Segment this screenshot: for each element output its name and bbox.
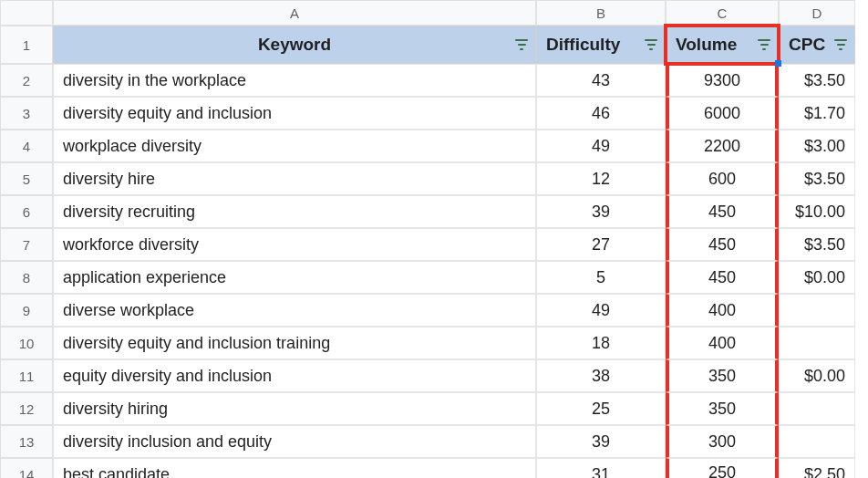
cell-volume[interactable]: 350: [666, 359, 779, 392]
cell-keyword[interactable]: diversity equity and inclusion: [53, 97, 536, 130]
cell-cpc[interactable]: $3.00: [779, 130, 855, 162]
cell-volume[interactable]: 400: [666, 294, 779, 327]
row-number[interactable]: 11: [0, 359, 53, 392]
row-number[interactable]: 8: [0, 261, 53, 294]
cell-keyword[interactable]: diversity inclusion and equity: [53, 425, 536, 458]
cell-volume[interactable]: 300: [666, 425, 779, 458]
row-number[interactable]: 2: [0, 64, 53, 97]
column-letter-c[interactable]: C: [666, 0, 779, 26]
row-number[interactable]: 7: [0, 228, 53, 261]
cell-difficulty[interactable]: 49: [536, 294, 666, 327]
cell-difficulty[interactable]: 25: [536, 392, 666, 425]
row-number[interactable]: 6: [0, 195, 53, 228]
filter-icon[interactable]: [756, 36, 772, 53]
cell-keyword[interactable]: diversity in the workplace: [53, 64, 536, 97]
spreadsheet-grid[interactable]: A B C D 1 Keyword Difficulty Volume CPC …: [0, 0, 868, 478]
header-cpc[interactable]: CPC: [779, 26, 855, 64]
cell-cpc[interactable]: $10.00: [779, 195, 855, 228]
cell-cpc[interactable]: [779, 425, 855, 458]
cell-volume[interactable]: 2200: [666, 130, 779, 162]
header-keyword[interactable]: Keyword: [53, 26, 536, 64]
cell-keyword[interactable]: application experience: [53, 261, 536, 294]
cell-keyword[interactable]: diversity equity and inclusion training: [53, 327, 536, 359]
header-difficulty[interactable]: Difficulty: [536, 26, 666, 64]
row-number[interactable]: 10: [0, 327, 53, 359]
cell-cpc[interactable]: [779, 294, 855, 327]
header-label: Keyword: [258, 35, 331, 55]
cell-difficulty[interactable]: 38: [536, 359, 666, 392]
header-volume[interactable]: Volume: [666, 26, 779, 64]
cell-cpc[interactable]: $3.50: [779, 228, 855, 261]
selection-marker: [775, 60, 781, 67]
select-all-corner[interactable]: [0, 0, 53, 26]
header-label: Volume: [676, 35, 737, 55]
row-number[interactable]: 1: [0, 26, 53, 64]
row-number[interactable]: 5: [0, 162, 53, 195]
column-letter-b[interactable]: B: [536, 0, 666, 26]
cell-difficulty[interactable]: 49: [536, 130, 666, 162]
header-label: Difficulty: [546, 35, 620, 55]
cell-difficulty[interactable]: 43: [536, 64, 666, 97]
header-label: CPC: [789, 35, 825, 55]
row-number[interactable]: 13: [0, 425, 53, 458]
cell-volume[interactable]: 9300: [666, 64, 779, 97]
row-number[interactable]: 14: [0, 458, 53, 478]
filter-icon[interactable]: [832, 36, 849, 53]
cell-volume[interactable]: 6000: [666, 97, 779, 130]
cell-volume[interactable]: 450: [666, 228, 779, 261]
cell-cpc[interactable]: [779, 327, 855, 359]
cell-volume[interactable]: 600: [666, 162, 779, 195]
cell-difficulty[interactable]: 39: [536, 195, 666, 228]
cell-volume[interactable]: 450: [666, 195, 779, 228]
cell-cpc[interactable]: $0.00: [779, 359, 855, 392]
filter-icon[interactable]: [513, 36, 530, 53]
cell-cpc[interactable]: $3.50: [779, 162, 855, 195]
cell-keyword[interactable]: workplace diversity: [53, 130, 536, 162]
row-number[interactable]: 12: [0, 392, 53, 425]
column-letter-d[interactable]: D: [779, 0, 855, 26]
cell-difficulty[interactable]: 31: [536, 458, 666, 478]
cell-cpc[interactable]: $1.70: [779, 97, 855, 130]
cell-difficulty[interactable]: 27: [536, 228, 666, 261]
cell-volume[interactable]: 400: [666, 327, 779, 359]
cell-difficulty[interactable]: 5: [536, 261, 666, 294]
cell-keyword[interactable]: equity diversity and inclusion: [53, 359, 536, 392]
cell-keyword[interactable]: diversity hiring: [53, 392, 536, 425]
cell-cpc[interactable]: [779, 392, 855, 425]
cell-difficulty[interactable]: 12: [536, 162, 666, 195]
filter-icon[interactable]: [643, 36, 659, 53]
cell-keyword[interactable]: diverse workplace: [53, 294, 536, 327]
cell-volume[interactable]: 250: [666, 458, 779, 478]
row-number[interactable]: 3: [0, 97, 53, 130]
row-number[interactable]: 9: [0, 294, 53, 327]
cell-difficulty[interactable]: 46: [536, 97, 666, 130]
cell-difficulty[interactable]: 18: [536, 327, 666, 359]
cell-keyword[interactable]: diversity recruiting: [53, 195, 536, 228]
cell-keyword[interactable]: workforce diversity: [53, 228, 536, 261]
cell-cpc[interactable]: $0.00: [779, 261, 855, 294]
cell-cpc[interactable]: $2.50: [779, 458, 855, 478]
column-letter-a[interactable]: A: [53, 0, 536, 26]
cell-volume[interactable]: 450: [666, 261, 779, 294]
cell-keyword[interactable]: diversity hire: [53, 162, 536, 195]
cell-keyword[interactable]: best candidate: [53, 458, 536, 478]
row-number[interactable]: 4: [0, 130, 53, 162]
cell-cpc[interactable]: $3.50: [779, 64, 855, 97]
cell-difficulty[interactable]: 39: [536, 425, 666, 458]
cell-volume[interactable]: 350: [666, 392, 779, 425]
